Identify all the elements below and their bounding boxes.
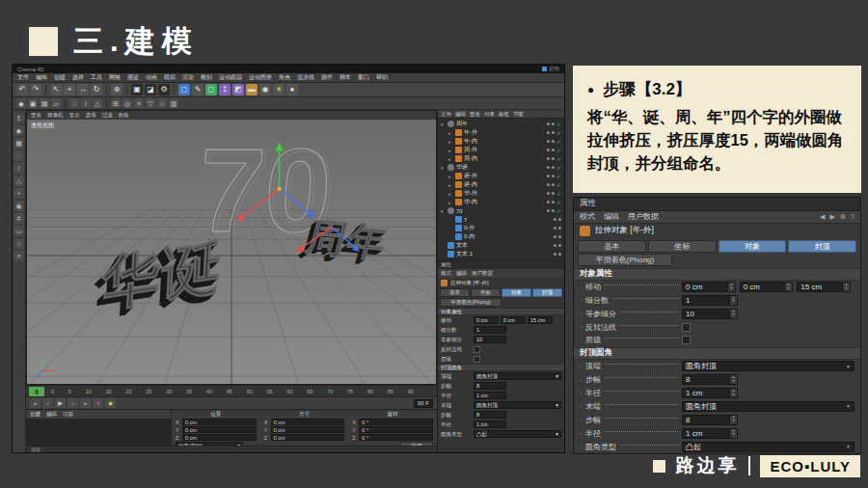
spline-pen-icon[interactable]: ✎ — [192, 84, 203, 95]
menu-edit[interactable]: 编辑 — [36, 73, 47, 82]
render-picture-icon[interactable]: ◪ — [145, 84, 156, 95]
select-tool-icon[interactable]: ↖ — [50, 84, 62, 95]
section-object-properties[interactable]: 对象属性 — [438, 308, 564, 315]
keyframe-dot-icon[interactable]: ○ — [580, 430, 583, 436]
object-row[interactable]: 7 — [438, 215, 564, 224]
object-row[interactable]: ▸周-外✓ — [438, 146, 564, 154]
object-row[interactable]: ▾70✓ — [438, 206, 564, 215]
menu-render[interactable]: 渲染 — [182, 73, 194, 82]
fillet-type-dropdown[interactable]: 凸起▼ — [682, 442, 854, 452]
materials-menu-create[interactable]: 创建 — [30, 411, 41, 418]
keyframe-dot-icon[interactable]: ○ — [580, 297, 583, 303]
viewport[interactable]: 查看 摄像机 显示 选项 过滤 面板 — [26, 110, 437, 385]
menu-pipeline[interactable]: 流水线 — [297, 73, 314, 82]
axis-mode-icon[interactable]: + — [14, 188, 24, 199]
vp-menu-options[interactable]: 选项 — [86, 112, 96, 119]
tab-basic[interactable]: 基本 — [578, 240, 646, 253]
move-tool-icon[interactable]: + — [64, 84, 75, 95]
menu-character[interactable]: 角色 — [279, 73, 290, 82]
vp-menu-cameras[interactable]: 摄像机 — [47, 112, 64, 119]
object-row[interactable]: ▸诞-外✓ — [438, 172, 564, 180]
enabled-check-icon[interactable]: ✓ — [556, 191, 561, 197]
tab-phong[interactable]: 平滑着色(Phong) — [578, 254, 672, 266]
size-z-field[interactable]: 0 cm — [271, 434, 345, 441]
keyframe-dot-icon[interactable]: ○ — [580, 338, 583, 343]
keyframe-dot-icon[interactable]: ○ — [580, 364, 583, 369]
materials-menu-function[interactable]: 功能 — [63, 411, 73, 418]
visibility-dots[interactable] — [554, 253, 561, 256]
tab-coordinates[interactable]: 坐标 — [648, 240, 717, 253]
visibility-dots[interactable]: ✓ — [547, 182, 561, 188]
tab-coordinates[interactable]: 坐标 — [471, 288, 501, 297]
enabled-check-icon[interactable]: ✓ — [556, 165, 561, 171]
visibility-dots[interactable]: ✓ — [547, 208, 561, 214]
iso-field[interactable]: 10 — [474, 336, 506, 343]
points-mode-icon[interactable]: ∴ — [69, 98, 79, 108]
object-row[interactable]: 0-外 — [438, 224, 564, 232]
tab-phong[interactable]: 平滑着色(Phong) — [440, 298, 502, 307]
make-editable-icon[interactable]: ↥ — [14, 113, 24, 123]
keyframe-dot-icon[interactable]: ○ — [580, 391, 583, 396]
expand-icon[interactable]: ▾ — [441, 165, 446, 171]
expand-icon[interactable]: ▸ — [448, 182, 453, 188]
menu-sculpt[interactable]: 雕刻 — [201, 73, 212, 82]
extrude-generator-icon[interactable]: ↥ — [219, 84, 231, 95]
object-row[interactable]: ▸华-外✓ — [438, 189, 564, 198]
rotation-p-field[interactable]: 0 ° — [359, 426, 433, 433]
polygons-mode-icon[interactable]: △ — [93, 98, 102, 108]
vp-menu-panel[interactable]: 面板 — [119, 112, 129, 119]
points-mode-icon[interactable]: ∴ — [14, 150, 24, 161]
menu-mograph[interactable]: 运动图形 — [249, 73, 272, 82]
cap-start-radius-field[interactable]: 1 cm▲▼ — [682, 388, 738, 398]
grid-icon[interactable]: # — [14, 213, 24, 224]
flip-normals-checkbox[interactable] — [474, 346, 480, 353]
menu-mesh[interactable]: 网格 — [109, 73, 121, 82]
keyframe-dot-icon[interactable]: ○ — [580, 377, 583, 383]
om-menu-view[interactable]: 查看 — [470, 111, 480, 118]
visibility-dots[interactable]: ✓ — [547, 165, 561, 171]
spinner-icon[interactable]: ▲▼ — [842, 283, 850, 291]
spinner-icon[interactable]: ▲▼ — [729, 429, 737, 438]
enabled-check-icon[interactable]: ✓ — [556, 156, 561, 162]
rotate-tool-icon[interactable]: ↻ — [91, 84, 102, 95]
menu-animate[interactable]: 动画 — [146, 73, 157, 82]
menu-plugins[interactable]: 插件 — [321, 73, 333, 82]
cap-start-steps-field[interactable]: 8▲▼ — [682, 374, 738, 385]
menu-window[interactable]: 窗口 — [358, 73, 369, 82]
expand-icon[interactable]: ▸ — [448, 174, 453, 179]
move-y-field[interactable]: 0 cm — [501, 316, 526, 324]
object-row[interactable]: ▸诞-内✓ — [438, 180, 564, 189]
prev-frame-icon[interactable]: ‹ — [42, 398, 53, 408]
rotation-h-field[interactable]: 0 ° — [359, 419, 433, 425]
visibility-dots[interactable]: ✓ — [547, 200, 561, 205]
keyframe-dot-icon[interactable]: ○ — [580, 444, 583, 449]
record-icon[interactable]: ● — [93, 398, 103, 408]
visibility-dots[interactable] — [554, 235, 561, 238]
keyframe-icon[interactable]: ◆ — [105, 398, 116, 408]
cap-end-dropdown[interactable]: 圆角封顶▾ — [474, 401, 561, 409]
enabled-check-icon[interactable]: ✓ — [556, 208, 561, 214]
om-menu-bookmarks[interactable]: 书签 — [513, 111, 524, 118]
keyframe-dot-icon[interactable]: ○ — [580, 324, 583, 330]
object-row[interactable]: 文本 — [438, 241, 564, 250]
forward-icon[interactable]: ▶ — [829, 213, 834, 221]
mirror-icon[interactable]: ▽ — [146, 98, 155, 108]
visibility-dots[interactable] — [554, 218, 561, 221]
workplane-icon[interactable]: ▭ — [14, 226, 24, 236]
spinner-icon[interactable]: ▲▼ — [729, 375, 737, 384]
visibility-dots[interactable]: ✓ — [547, 174, 561, 179]
expand-icon[interactable]: ▸ — [448, 156, 453, 162]
object-row[interactable]: ▸华-内✓ — [438, 198, 564, 206]
expand-icon[interactable]: ▸ — [448, 130, 453, 136]
layout-selector[interactable]: 启动 — [542, 66, 559, 72]
snap-icon[interactable]: ◎ — [122, 98, 132, 108]
menu-mode[interactable]: 模式 — [441, 270, 451, 277]
section-caps[interactable]: 封顶圆角 — [574, 347, 860, 360]
materials-menu-edit[interactable]: 编辑 — [46, 411, 57, 418]
model-mode-icon[interactable]: ◆ — [14, 125, 24, 136]
object-row[interactable]: ▾周年✓ — [438, 120, 564, 128]
om-menu-tags[interactable]: 标签 — [499, 111, 509, 118]
menu-snap[interactable]: 捕捉 — [127, 73, 139, 82]
make-editable-icon[interactable]: ◆ — [16, 98, 26, 108]
iso-field[interactable]: 10▲▼ — [682, 309, 738, 319]
